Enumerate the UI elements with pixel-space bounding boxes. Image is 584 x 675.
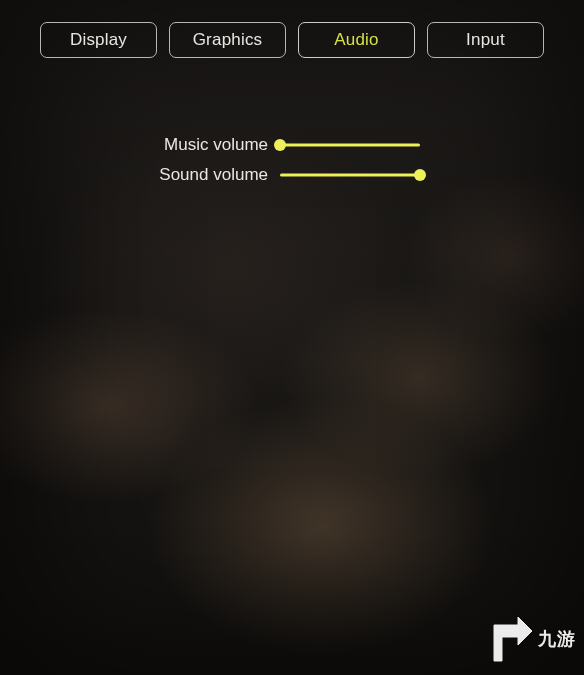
watermark: 九游 [488,615,576,663]
sound-volume-row: Sound volume [0,160,584,190]
tab-input[interactable]: Input [427,22,544,58]
music-volume-track [280,144,420,147]
music-volume-row: Music volume [0,130,584,160]
tab-graphics[interactable]: Graphics [169,22,286,58]
watermark-logo-icon [488,615,534,663]
sound-volume-thumb[interactable] [414,169,426,181]
vignette-overlay [0,0,584,675]
tab-graphics-label: Graphics [193,30,263,50]
tab-display[interactable]: Display [40,22,157,58]
music-volume-thumb[interactable] [274,139,286,151]
tab-audio-label: Audio [334,30,378,50]
music-volume-label: Music volume [0,135,280,155]
music-volume-slider[interactable] [280,138,420,152]
sound-volume-track [280,174,420,177]
tab-audio[interactable]: Audio [298,22,415,58]
settings-tab-bar: Display Graphics Audio Input [40,22,544,58]
sound-volume-label: Sound volume [0,165,280,185]
tab-input-label: Input [466,30,505,50]
tab-display-label: Display [70,30,127,50]
watermark-text: 九游 [538,627,576,651]
sound-volume-slider[interactable] [280,168,420,182]
audio-settings-panel: Music volume Sound volume [0,130,584,190]
